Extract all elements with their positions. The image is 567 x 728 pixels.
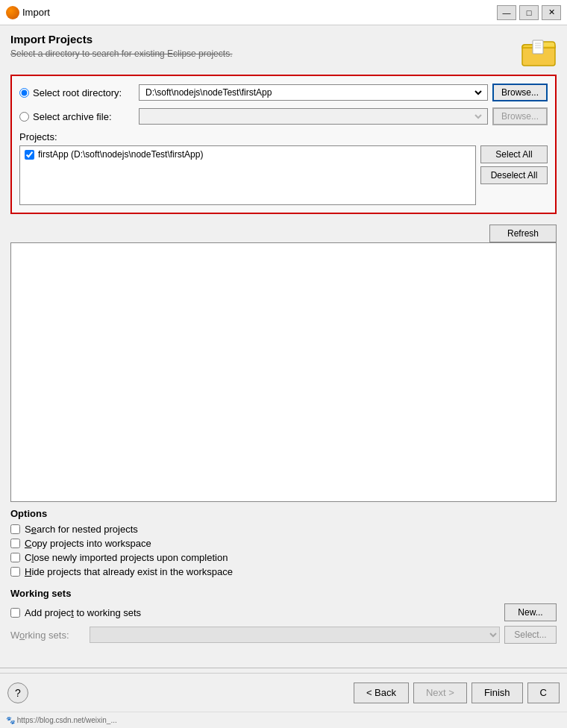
working-sets-combo-row: Working sets: Select... (10, 626, 557, 644)
close-projects-label[interactable]: Close newly imported projects upon compl… (25, 552, 228, 563)
folder-icon (521, 33, 557, 69)
projects-label: Projects: (19, 131, 548, 142)
option-copy-projects: Copy projects into workspace (10, 538, 557, 549)
title-bar: Import — □ ✕ (0, 0, 567, 25)
list-item[interactable]: firstApp (D:\soft\nodejs\nodeTest\firstA… (22, 148, 474, 161)
help-button[interactable]: ? (7, 682, 28, 703)
working-sets-combo (90, 627, 500, 643)
dialog-title: Import Projects (10, 33, 521, 46)
minimize-button[interactable]: — (497, 5, 516, 20)
additional-list-area[interactable] (10, 242, 557, 502)
working-sets-combo-label: Working sets: (10, 630, 85, 641)
nested-projects-checkbox[interactable] (10, 524, 20, 534)
root-directory-radio-label[interactable]: Select root directory: (19, 87, 139, 98)
options-label: Options (10, 508, 557, 519)
archive-file-radio-label[interactable]: Select archive file: (19, 111, 139, 122)
projects-area: firstApp (D:\soft\nodejs\nodeTest\firstA… (19, 145, 548, 205)
svg-rect-2 (533, 40, 543, 54)
dialog-subtitle: Select a directory to search for existin… (10, 48, 521, 59)
back-button[interactable]: < Back (354, 682, 409, 703)
close-projects-checkbox[interactable] (10, 553, 20, 562)
refresh-row: Refresh (10, 225, 557, 242)
option-nested-projects: Search for nested projects (10, 524, 557, 535)
dialog-header: Import Projects Select a directory to se… (10, 33, 557, 69)
archive-browse-button: Browse... (492, 107, 548, 125)
source-selection-section: Select root directory: D:\soft\nodejs\no… (10, 75, 557, 214)
root-directory-row: Select root directory: D:\soft\nodejs\no… (19, 84, 548, 101)
project-name: firstApp (D:\soft\nodejs\nodeTest\firstA… (38, 149, 203, 160)
bottom-divider (0, 668, 567, 668)
working-sets-section: Working sets Add project to working sets… (10, 588, 557, 648)
watermark-text: 🐾 https://blog.csdn.net/weixin_... (6, 716, 117, 724)
finish-button[interactable]: Finish (472, 682, 523, 703)
maximize-button[interactable]: □ (519, 5, 539, 20)
working-sets-label: Working sets (10, 588, 557, 599)
hide-projects-label[interactable]: Hide projects that already exist in the … (25, 566, 233, 577)
root-directory-combo[interactable]: D:\soft\nodejs\nodeTest\firstApp (139, 84, 488, 101)
project-checkbox[interactable] (25, 150, 34, 160)
archive-file-radio[interactable] (19, 112, 29, 122)
deselect-all-button[interactable]: Deselect All (480, 166, 548, 184)
copy-projects-label[interactable]: Copy projects into workspace (25, 538, 151, 549)
root-browse-button[interactable]: Browse... (492, 84, 548, 101)
hide-projects-checkbox[interactable] (10, 567, 20, 577)
select-all-button[interactable]: Select All (480, 145, 548, 163)
archive-file-combo[interactable] (139, 108, 488, 125)
select-working-set-button: Select... (504, 626, 557, 644)
refresh-button[interactable]: Refresh (489, 225, 557, 242)
root-directory-select[interactable]: D:\soft\nodejs\nodeTest\firstApp (142, 86, 484, 99)
root-directory-radio[interactable] (19, 88, 29, 98)
add-working-sets-label[interactable]: Add project to working sets (25, 607, 141, 618)
option-close-projects: Close newly imported projects upon compl… (10, 552, 557, 563)
new-working-set-button[interactable]: New... (504, 603, 557, 621)
projects-action-buttons: Select All Deselect All (480, 145, 548, 205)
watermark-bar: 🐾 https://blog.csdn.net/weixin_... (0, 712, 567, 728)
nested-projects-label[interactable]: Search for nested projects (25, 524, 138, 535)
header-text-area: Import Projects Select a directory to se… (10, 33, 521, 59)
option-hide-projects: Hide projects that already exist in the … (10, 566, 557, 577)
archive-file-select[interactable] (142, 110, 484, 123)
projects-list[interactable]: firstApp (D:\soft\nodejs\nodeTest\firstA… (19, 145, 476, 205)
cancel-button[interactable]: C (527, 682, 560, 703)
archive-file-row: Select archive file: Browse... (19, 107, 548, 125)
add-working-sets-checkbox[interactable] (10, 608, 20, 618)
title-bar-text: Import (22, 7, 497, 18)
add-to-working-sets-row: Add project to working sets New... (10, 603, 557, 621)
close-button[interactable]: ✕ (542, 5, 561, 20)
app-icon (6, 6, 19, 19)
window-controls: — □ ✕ (497, 5, 561, 20)
bottom-bar: ? < Back Next > Finish C (0, 673, 567, 712)
dialog-content: Import Projects Select a directory to se… (0, 25, 567, 663)
next-button[interactable]: Next > (413, 682, 467, 703)
copy-projects-checkbox[interactable] (10, 539, 20, 548)
options-section: Options Search for nested projects Copy … (10, 508, 557, 580)
